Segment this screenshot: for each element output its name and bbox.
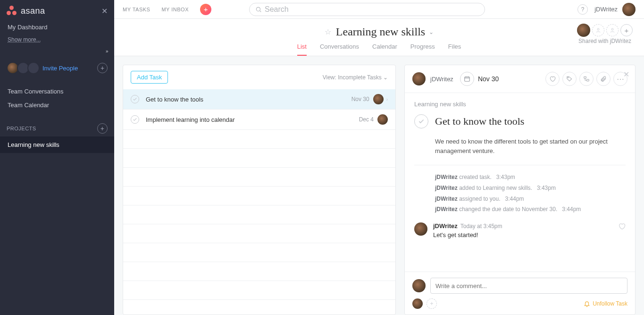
empty-task-row[interactable] xyxy=(123,149,395,168)
subtask-button[interactable] xyxy=(579,72,594,86)
empty-task-row[interactable] xyxy=(123,262,395,281)
heart-icon xyxy=(618,222,626,230)
svg-rect-4 xyxy=(465,77,470,81)
tag-icon xyxy=(566,76,573,82)
svg-point-8 xyxy=(568,77,569,78)
projects-header: PROJECTS + xyxy=(0,119,114,136)
placeholder-member-icon xyxy=(592,24,604,36)
project-header: » ☆ Learning new skills ⌄ + Shared with … xyxy=(114,19,644,56)
placeholder-avatar xyxy=(27,62,40,74)
sidebar: asana ✕ My Dashboard Show more... Invite… xyxy=(0,0,114,315)
activity-entry: jDWritez assigned to you.3:44pm xyxy=(435,194,626,204)
search-placeholder: Search xyxy=(265,5,289,14)
check-icon xyxy=(418,118,425,125)
detail-project-tag[interactable]: Learning new skills xyxy=(414,101,626,108)
divider xyxy=(414,165,626,165)
tab-files[interactable]: Files xyxy=(448,43,461,56)
unfollow-button[interactable]: Unfollow Task xyxy=(584,300,627,307)
placeholder-member-icon xyxy=(606,24,619,36)
shared-avatar xyxy=(577,24,590,37)
add-task-button[interactable]: Add Task xyxy=(131,71,168,84)
expand-sidebar-icon[interactable]: » xyxy=(106,49,109,54)
comment-author: jDWritez xyxy=(433,222,458,230)
activity-entry: jDWritez created task.3:43pm xyxy=(435,172,626,183)
svg-point-3 xyxy=(611,28,613,30)
svg-line-1 xyxy=(260,10,261,12)
task-title: Implement learning into calendar xyxy=(146,116,235,123)
task-title: Get to know the tools xyxy=(146,96,203,103)
star-icon[interactable]: ☆ xyxy=(325,27,331,36)
complete-task-button[interactable] xyxy=(414,114,428,128)
project-title: Learning new skills xyxy=(336,26,425,38)
compose-avatar xyxy=(412,279,426,292)
empty-task-row[interactable] xyxy=(123,130,395,149)
like-button[interactable] xyxy=(545,72,560,86)
team-avatars-row: Invite People + xyxy=(0,62,114,74)
app-name: asana xyxy=(21,6,45,16)
empty-task-row[interactable] xyxy=(123,168,395,187)
add-team-member-button[interactable]: + xyxy=(97,63,108,73)
due-date-label: Nov 30 xyxy=(478,75,499,83)
tab-calendar[interactable]: Calendar xyxy=(372,43,397,56)
invite-people-link[interactable]: Invite People xyxy=(42,65,78,72)
detail-description: We need to know the different tools to g… xyxy=(414,137,626,155)
subtask-icon xyxy=(583,76,590,82)
view-toggle[interactable]: View: Incomplete Tasks ⌄ xyxy=(323,74,388,81)
task-row[interactable]: Implement learning into calendarDec 4 xyxy=(123,110,395,130)
view-toggle-label: View: Incomplete Tasks xyxy=(323,74,382,81)
svg-rect-9 xyxy=(584,77,586,78)
empty-task-row[interactable] xyxy=(123,187,395,205)
task-row[interactable]: Get to know the toolsNov 30› xyxy=(123,89,395,110)
show-more-link[interactable]: Show more... xyxy=(0,34,114,46)
my-tasks-link[interactable]: MY TASKS xyxy=(123,7,150,12)
attachment-button[interactable] xyxy=(596,72,611,86)
follower-avatar xyxy=(412,298,423,309)
svg-rect-10 xyxy=(587,79,589,81)
task-assignee-avatar xyxy=(377,114,388,125)
close-detail-icon[interactable]: ✕ xyxy=(623,70,629,79)
add-project-button[interactable]: + xyxy=(97,123,108,134)
sidebar-project-item[interactable]: Learning new skills xyxy=(0,136,114,153)
comment-timestamp: Today at 3:45pm xyxy=(460,223,502,230)
svg-point-0 xyxy=(256,7,260,11)
project-dropdown-icon[interactable]: ⌄ xyxy=(429,29,434,35)
complete-checkbox[interactable] xyxy=(131,95,139,103)
assignee-avatar xyxy=(412,72,426,85)
close-sidebar-icon[interactable]: ✕ xyxy=(101,7,108,16)
help-button[interactable]: ? xyxy=(577,4,588,15)
empty-task-row[interactable] xyxy=(123,243,395,262)
tab-conversations[interactable]: Conversations xyxy=(320,43,359,56)
bell-icon xyxy=(584,300,590,307)
team-calendar-link[interactable]: Team Calendar xyxy=(0,98,114,112)
task-panel: Add Task View: Incomplete Tasks ⌄ Get to… xyxy=(123,65,396,315)
chevron-right-icon: › xyxy=(386,97,388,102)
search-icon xyxy=(255,6,262,13)
unfollow-label: Unfollow Task xyxy=(593,300,627,307)
task-detail-panel: ✕ jDWritez Nov 30 ⋯ Learning new skills xyxy=(404,65,636,315)
tab-list[interactable]: List xyxy=(297,43,307,56)
activity-entry: jDWritez added to Learning new skills.3:… xyxy=(435,183,626,194)
empty-task-row[interactable] xyxy=(123,224,395,243)
calendar-icon xyxy=(464,76,470,82)
tab-progress[interactable]: Progress xyxy=(410,43,435,56)
team-conversations-link[interactable]: Team Conversations xyxy=(0,85,114,98)
due-date-button[interactable] xyxy=(460,72,474,86)
comment-body: Let's get started! xyxy=(433,231,502,238)
empty-task-row[interactable] xyxy=(123,205,395,224)
empty-task-row[interactable] xyxy=(123,300,395,315)
add-follower-button[interactable]: + xyxy=(427,298,437,309)
activity-log: jDWritez created task.3:43pmjDWritez add… xyxy=(414,172,626,215)
tag-button[interactable] xyxy=(562,72,577,86)
comment-input[interactable] xyxy=(430,278,627,294)
search-input[interactable]: Search xyxy=(249,3,485,16)
current-user-name[interactable]: jDWritez xyxy=(594,6,618,13)
detail-title: Get to know the tools xyxy=(435,115,524,128)
empty-task-row[interactable] xyxy=(123,281,395,300)
current-user-avatar[interactable] xyxy=(622,3,636,16)
complete-checkbox[interactable] xyxy=(131,115,139,124)
add-member-button[interactable]: + xyxy=(620,24,633,36)
like-comment-button[interactable] xyxy=(618,222,626,232)
my-dashboard-link[interactable]: My Dashboard xyxy=(0,21,114,34)
my-inbox-link[interactable]: MY INBOX xyxy=(161,7,189,12)
global-add-button[interactable]: + xyxy=(200,4,211,15)
